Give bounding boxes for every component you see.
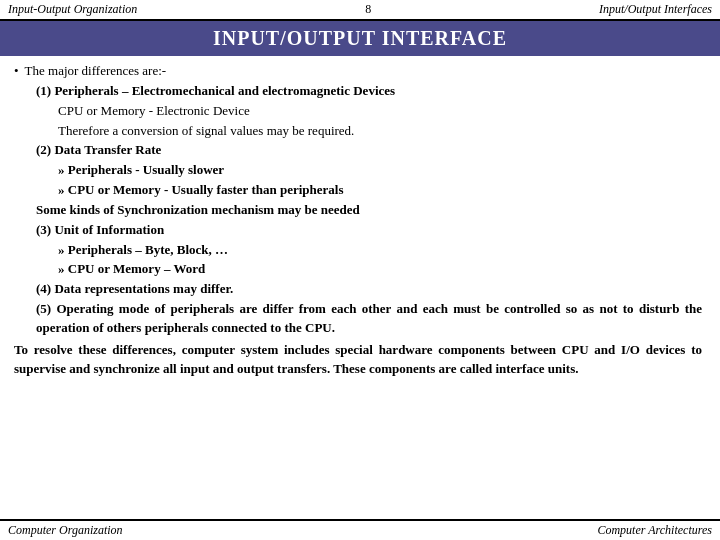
title-bar: INPUT/OUTPUT INTERFACE bbox=[0, 21, 720, 56]
item5: (5) Operating mode of peripherals are di… bbox=[14, 300, 706, 338]
header-center: 8 bbox=[365, 2, 371, 17]
item1-sub2: Therefore a conversion of signal values … bbox=[14, 122, 706, 141]
item2-sub3: Some kinds of Synchronization mechanism … bbox=[14, 201, 706, 220]
header-right: Input/Output Interfaces bbox=[599, 2, 712, 17]
intro-line: • The major differences are:- bbox=[14, 62, 706, 81]
bullet-point: • bbox=[14, 62, 19, 81]
header-bar: Input-Output Organization 8 Input/Output… bbox=[0, 0, 720, 21]
item2-heading: (2) Data Transfer Rate bbox=[14, 141, 706, 160]
item2-sub2: » CPU or Memory - Usually faster than pe… bbox=[14, 181, 706, 200]
item3-heading: (3) Unit of Information bbox=[14, 221, 706, 240]
item1-heading: (1) Peripherals – Electromechanical and … bbox=[14, 82, 706, 101]
item3-sub2: » CPU or Memory – Word bbox=[14, 260, 706, 279]
intro-text: The major differences are:- bbox=[25, 62, 167, 81]
item2-sub1: » Peripherals - Usually slower bbox=[14, 161, 706, 180]
item3-sub1: » Peripherals – Byte, Block, … bbox=[14, 241, 706, 260]
item1-sub1: CPU or Memory - Electronic Device bbox=[14, 102, 706, 121]
content-area: • The major differences are:- (1) Periph… bbox=[0, 56, 720, 384]
footer-bar: Computer Organization Computer Architect… bbox=[0, 519, 720, 540]
header-left: Input-Output Organization bbox=[8, 2, 137, 17]
item4: (4) Data representations may differ. bbox=[14, 280, 706, 299]
footer-left: Computer Organization bbox=[8, 523, 123, 538]
footer-right: Computer Architectures bbox=[597, 523, 712, 538]
resolve-text: To resolve these differences, computer s… bbox=[14, 341, 706, 379]
slide-title: INPUT/OUTPUT INTERFACE bbox=[213, 27, 507, 49]
